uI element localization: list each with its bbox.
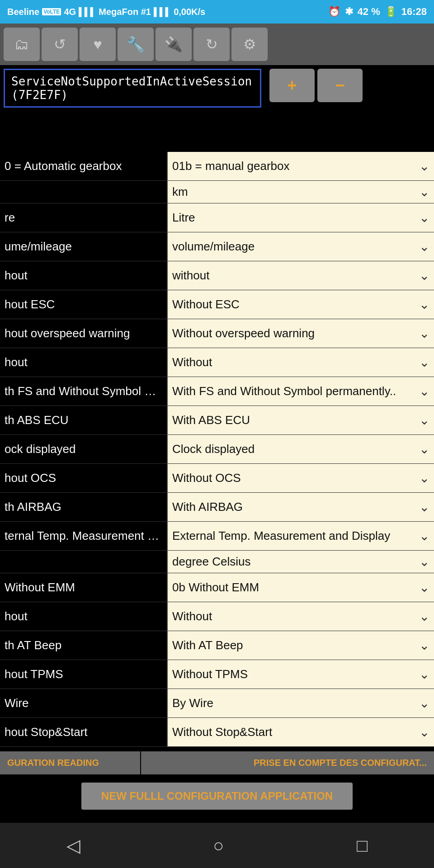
config-left-cell: Wire (0, 689, 167, 718)
chevron-down-icon: ⌄ (419, 554, 429, 569)
signal2-icon: ▌▌▌ (154, 7, 171, 17)
chevron-down-icon: ⌄ (419, 355, 429, 370)
dropdown-value: Without Stop&Start (172, 725, 415, 739)
table-row: Without EMM0b Without EMM⌄ (0, 573, 434, 602)
config-right-cell[interactable]: Without TPMS⌄ (167, 660, 434, 689)
config-left-cell: hout TPMS (0, 660, 167, 689)
chevron-down-icon: ⌄ (419, 696, 429, 711)
table-row: ternal Temp. Measurement and DisplayExte… (0, 522, 434, 551)
volte-badge: VoLTE (42, 8, 61, 15)
config-right-cell[interactable]: 01b = manual gearbox⌄ (167, 152, 434, 181)
table-row: WireBy Wire⌄ (0, 689, 434, 718)
dropdown-value: without (172, 269, 415, 283)
config-right-cell[interactable]: Without overspeed warning⌄ (167, 319, 434, 348)
config-left-cell: th AIRBAG (0, 493, 167, 522)
dropdown-value: km (172, 185, 415, 199)
config-left-cell: Without EMM (0, 573, 167, 602)
config-left-cell: ume/mileage (0, 232, 167, 261)
dropdown-value: Without ESC (172, 297, 415, 311)
config-left-cell: th AT Beep (0, 631, 167, 660)
config-right-cell[interactable]: 0b Without EMM⌄ (167, 573, 434, 602)
config-right-cell[interactable]: Litre⌄ (167, 203, 434, 232)
config-right-cell[interactable]: km⌄ (167, 181, 434, 203)
reload-button[interactable]: ↺ (42, 28, 78, 61)
config-right-cell[interactable]: By Wire⌄ (167, 689, 434, 718)
home-button[interactable]: ○ (213, 835, 224, 856)
config-left-cell: re (0, 203, 167, 232)
config-right-cell[interactable]: Without Stop&Start⌄ (167, 718, 434, 747)
chevron-down-icon: ⌄ (419, 471, 429, 486)
spacer (0, 116, 434, 152)
config-right-cell[interactable]: With FS and Without Symbol permanently..… (167, 377, 434, 406)
time-label: 16:28 (401, 6, 427, 18)
table-row: houtWithout⌄ (0, 602, 434, 631)
table-row: th AT BeepWith AT Beep⌄ (0, 631, 434, 660)
chevron-down-icon: ⌄ (419, 268, 429, 283)
config-right-cell[interactable]: Clock displayed⌄ (167, 435, 434, 464)
dropdown-value: Clock displayed (172, 442, 415, 456)
battery-label: 42 % (358, 6, 380, 18)
folder-button[interactable]: 🗂 (4, 28, 40, 61)
status-bar: Beeline VoLTE 4G ▌▌▌ MegaFon #1 ▌▌▌ 0,00… (0, 0, 434, 24)
chevron-down-icon: ⌄ (419, 210, 429, 225)
recent-button[interactable]: □ (357, 835, 368, 856)
config-right-cell[interactable]: With AIRBAG⌄ (167, 493, 434, 522)
table-row: th AIRBAGWith AIRBAG⌄ (0, 493, 434, 522)
config-right-cell[interactable]: With AT Beep⌄ (167, 631, 434, 660)
chevron-down-icon: ⌄ (419, 326, 429, 341)
config-right-cell[interactable]: With ABS ECU⌄ (167, 406, 434, 435)
config-right-cell[interactable]: Without ESC⌄ (167, 290, 434, 319)
carrier2-label: MegaFon #1 (99, 7, 151, 17)
config-right-cell[interactable]: Without⌄ (167, 348, 434, 377)
config-right-cell[interactable]: Without⌄ (167, 602, 434, 631)
config-left-cell: hout (0, 261, 167, 290)
carrier-info: Beeline VoLTE 4G ▌▌▌ MegaFon #1 ▌▌▌ 0,00… (7, 7, 205, 17)
dropdown-value: 01b = manual gearbox (172, 159, 415, 173)
config-left-cell: ock displayed (0, 435, 167, 464)
table-row: houtwithout⌄ (0, 261, 434, 290)
error-box: ServiceNotSupportedInActiveSession(7F2E7… (4, 69, 261, 108)
refresh-button[interactable]: ↻ (193, 28, 230, 61)
config-table: 0 = Automatic gearbox01b = manual gearbo… (0, 152, 434, 747)
chevron-down-icon: ⌄ (419, 500, 429, 514)
battery-icon: 🔋 (385, 6, 397, 18)
favorite-button[interactable]: ♥ (80, 28, 116, 61)
apply-button[interactable]: PRISE EN COMPTE DES CONFIGURAT... (141, 751, 434, 774)
nav-bar: ◁ ○ □ (0, 823, 434, 868)
minus-button[interactable]: − (317, 69, 363, 102)
bottom-area: GURATION READING PRISE EN COMPTE DES CON… (0, 747, 434, 820)
dropdown-value: Without (172, 355, 415, 369)
wrench-button[interactable]: 🔧 (118, 28, 154, 61)
pm-buttons: + − (269, 69, 363, 102)
config-left-cell: hout OCS (0, 464, 167, 493)
table-row: 0 = Automatic gearbox01b = manual gearbo… (0, 152, 434, 181)
signal-icon: ▌▌▌ (79, 7, 96, 17)
chevron-down-icon: ⌄ (419, 609, 429, 624)
config-left-cell: 0 = Automatic gearbox (0, 152, 167, 181)
reading-button[interactable]: GURATION READING (0, 751, 140, 774)
table-row: hout overspeed warningWithout overspeed … (0, 319, 434, 348)
dropdown-value: volume/mileage (172, 240, 415, 254)
config-right-cell[interactable]: degree Celsius⌄ (167, 551, 434, 573)
plus-button[interactable]: + (269, 69, 315, 102)
dropdown-value: Without (172, 609, 415, 623)
new-config-button[interactable]: NEW FULLL CONFIGURATION APPLICATION (81, 783, 353, 810)
speed-label: 0,00K/s (174, 7, 205, 17)
back-button[interactable]: ◁ (66, 835, 80, 856)
table-row: km⌄ (0, 181, 434, 203)
chevron-down-icon: ⌄ (419, 184, 429, 199)
table-row: th ABS ECUWith ABS ECU⌄ (0, 406, 434, 435)
config-right-cell[interactable]: volume/mileage⌄ (167, 232, 434, 261)
dropdown-value: External Temp. Measurement and Display (172, 529, 415, 543)
config-right-cell[interactable]: External Temp. Measurement and Display⌄ (167, 522, 434, 551)
config-right-cell[interactable]: Without OCS⌄ (167, 464, 434, 493)
config-right-cell[interactable]: without⌄ (167, 261, 434, 290)
chevron-down-icon: ⌄ (419, 528, 429, 543)
dropdown-value: With AT Beep (172, 638, 415, 652)
table-row: reLitre⌄ (0, 203, 434, 232)
chevron-down-icon: ⌄ (419, 442, 429, 457)
config-left-cell: hout overspeed warning (0, 319, 167, 348)
plugin-button[interactable]: 🔌 (156, 28, 192, 61)
settings-button[interactable]: ⚙ (231, 28, 268, 61)
chevron-down-icon: ⌄ (419, 159, 429, 174)
